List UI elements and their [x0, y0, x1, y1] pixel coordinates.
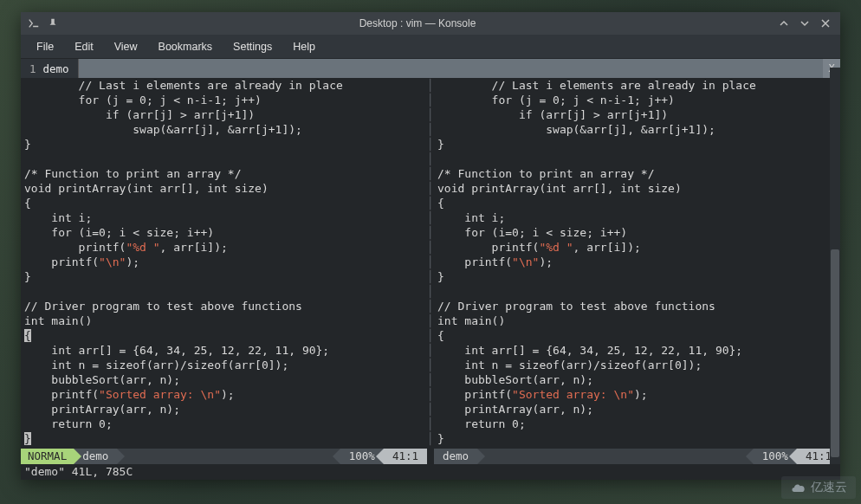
menu-help[interactable]: Help: [282, 37, 326, 56]
menu-view[interactable]: View: [104, 37, 148, 56]
pin-icon[interactable]: [47, 17, 59, 29]
code-right[interactable]: // Last i elements are already in place …: [434, 78, 840, 449]
minimize-button[interactable]: [776, 16, 792, 31]
vim-cursor: {: [24, 329, 31, 342]
vim-cmdline[interactable]: "demo" 41L, 785C: [21, 464, 840, 480]
split-divider[interactable]: │││││││││││││││││││││││││: [427, 78, 434, 464]
close-button[interactable]: [818, 16, 833, 31]
konsole-window: Desktop : vim — Konsole File Edit View B…: [21, 12, 840, 480]
window-title: Desktop : vim — Konsole: [59, 17, 776, 29]
menu-edit[interactable]: Edit: [64, 37, 104, 56]
status-filename-right: demo: [434, 449, 477, 464]
vim-mode-badge: NORMAL: [21, 449, 74, 464]
menu-settings[interactable]: Settings: [223, 37, 282, 56]
tab-name: demo: [43, 62, 69, 75]
status-position: 41:1: [384, 449, 427, 464]
menu-bookmarks[interactable]: Bookmarks: [148, 37, 223, 56]
statusline-right: demo 100% 41:1: [434, 449, 840, 464]
statusline-left: NORMAL demo 100% 41:1: [21, 449, 427, 464]
tab-demo[interactable]: 1 demo: [21, 59, 79, 78]
terminal-area[interactable]: // Last i elements are already in place …: [21, 78, 840, 464]
titlebar[interactable]: Desktop : vim — Konsole: [21, 12, 840, 35]
vim-pane-right[interactable]: // Last i elements are already in place …: [434, 78, 840, 464]
tabbar: 1 demo X: [21, 59, 840, 78]
vim-pane-left[interactable]: // Last i elements are already in place …: [21, 78, 427, 464]
scrollbar[interactable]: [830, 68, 840, 464]
terminal-icon: [28, 17, 40, 29]
cloud-icon: [790, 481, 807, 494]
scrollbar-thumb[interactable]: [831, 249, 839, 457]
menubar: File Edit View Bookmarks Settings Help: [21, 35, 840, 59]
maximize-button[interactable]: [797, 16, 812, 31]
code-left[interactable]: // Last i elements are already in place …: [21, 78, 427, 449]
tab-index: 1: [29, 62, 36, 75]
menu-file[interactable]: File: [26, 37, 64, 56]
watermark: 亿速云: [781, 476, 856, 499]
